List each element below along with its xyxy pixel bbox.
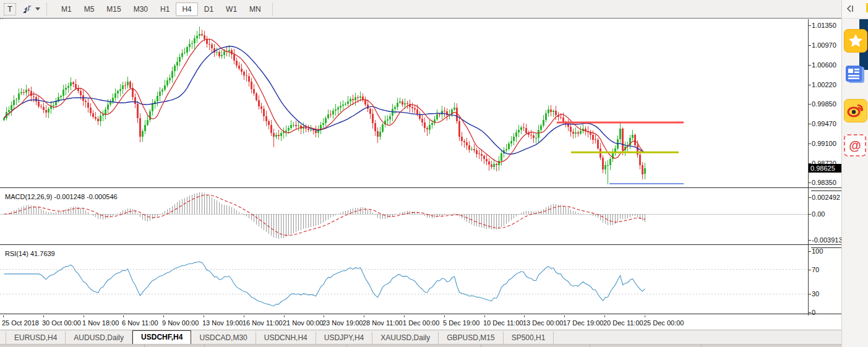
candle-body [265, 116, 267, 121]
candle-body [444, 111, 445, 111]
candle-body [92, 113, 94, 118]
tab-usdchf-h4[interactable]: USDCHF,H4 [132, 330, 191, 345]
tab-xauusd-daily[interactable]: XAUUSD,Daily [372, 332, 439, 345]
candle-body [216, 52, 218, 53]
tab-usdcnh-h4[interactable]: USDCNH,H4 [256, 332, 316, 345]
timeframe-button-m5[interactable]: M5 [78, 2, 101, 16]
candle-body [355, 97, 356, 100]
arrow-tools-icon[interactable] [22, 5, 40, 14]
candle-body [139, 118, 141, 137]
toolbar-grip [46, 3, 50, 15]
timeframe-button-h1[interactable]: H1 [154, 2, 176, 16]
candle-body [231, 50, 233, 54]
candle-body [357, 97, 359, 98]
candle-body [483, 156, 485, 159]
candle-body [597, 140, 599, 148]
strip-notch [481, 345, 481, 347]
candle-body [11, 105, 12, 111]
candle-body [575, 132, 577, 134]
rsi-canvas[interactable] [0, 247, 811, 314]
time-axis-label: 9 Nov 00:00 [162, 319, 199, 327]
candle-body [379, 132, 381, 137]
candle-body [278, 135, 280, 135]
candle-body [117, 91, 119, 93]
candle-body [273, 133, 275, 137]
candle-body [258, 100, 260, 106]
tab-usdjpy-h4[interactable]: USDJPY,H4 [316, 332, 372, 345]
text-tool-icon[interactable]: T [4, 3, 16, 15]
time-tick [444, 315, 445, 317]
candle-body [335, 109, 337, 111]
candle-body [189, 44, 191, 48]
time-axis-label: 1 Dec 00:00 [403, 319, 439, 327]
candle-body [28, 90, 30, 91]
timeframe-button-m1[interactable]: M1 [55, 2, 78, 16]
time-axis-label: 25 Dec 00:00 [643, 319, 684, 327]
tab-eurusd-h4[interactable]: EURUSD,H4 [6, 332, 66, 345]
collapse-sidebar-icon[interactable] [845, 4, 855, 16]
candle-body [55, 101, 57, 105]
candle-body [201, 34, 203, 35]
candle-body [149, 111, 151, 120]
candle-body [436, 114, 438, 119]
timeframe-button-m30[interactable]: M30 [127, 2, 154, 16]
candle-body [394, 107, 396, 109]
candle-body [72, 82, 74, 84]
candle-body [75, 84, 77, 88]
rsi-label: RSI(14) 41.7639 [5, 250, 55, 257]
weibo-icon[interactable] [844, 99, 867, 122]
candle-body [496, 164, 497, 165]
candle-body [159, 92, 161, 96]
time-tick [564, 315, 565, 317]
time-axis-label: 17 Dec 19:00 [563, 319, 603, 327]
candle-body [476, 150, 478, 153]
timeframe-button-mn[interactable]: MN [243, 2, 267, 16]
candle-body [493, 164, 495, 167]
favorites-star-icon[interactable] [844, 29, 867, 53]
candle-body [404, 103, 406, 105]
news-feed-icon[interactable] [844, 64, 866, 86]
candle-body [288, 128, 290, 131]
candle-body [345, 104, 346, 105]
candle-body [340, 106, 342, 108]
rsi-line [4, 262, 645, 306]
candle-body [100, 116, 101, 121]
candle-body [505, 149, 507, 151]
candle-body [535, 138, 537, 139]
chart-tabs: EURUSD,H4AUDUSD,DailyUSDCHF,H4USDCAD,M30… [0, 330, 554, 345]
timeframe-button-w1[interactable]: W1 [220, 2, 243, 16]
candle-body [246, 75, 247, 77]
candle-body [40, 106, 42, 108]
timeframe-button-d1[interactable]: D1 [198, 2, 220, 16]
tab-gbpusd-m15[interactable]: GBPUSD,M15 [439, 332, 503, 345]
chart-window: ▲USDCHF,H4 0.98532 0.98625 0.98502 0.986… [0, 18, 841, 330]
price-axis-label: 0.99470 [812, 120, 836, 127]
tab-audusd-daily[interactable]: AUDUSD,Daily [66, 332, 132, 345]
candle-body [204, 35, 205, 39]
price-chart-canvas[interactable] [0, 19, 811, 187]
candle-body [307, 129, 309, 131]
tab-sp500-h1[interactable]: SP500,H1 [504, 332, 554, 345]
candle-body [550, 109, 552, 111]
candle-body [157, 96, 158, 101]
candle-body [399, 101, 401, 102]
timeframe-button-m15[interactable]: M15 [100, 2, 127, 16]
rsi-value: 41.7639 [30, 250, 55, 257]
macd-canvas[interactable] [0, 190, 811, 244]
candle-body [53, 105, 54, 106]
candle-body [290, 125, 292, 127]
strip-notch [701, 345, 702, 347]
tab-usdcad-m30[interactable]: USDCAD,M30 [191, 332, 256, 345]
candle-body [481, 154, 483, 156]
candle-body [416, 109, 418, 114]
mail-at-icon[interactable]: @ [844, 134, 866, 156]
candle-body [424, 122, 426, 128]
candle-body [642, 165, 643, 174]
time-axis-label: 13 Nov 19:00 [202, 319, 243, 327]
candle-body [545, 113, 547, 121]
axis-tick [808, 240, 811, 241]
candle-body [35, 97, 37, 101]
timeframe-button-h4[interactable]: H4 [176, 2, 197, 16]
time-axis[interactable]: 25 Oct 201830 Oct 00:001 Nov 18:006 Nov … [0, 315, 841, 330]
candle-body [147, 120, 148, 125]
